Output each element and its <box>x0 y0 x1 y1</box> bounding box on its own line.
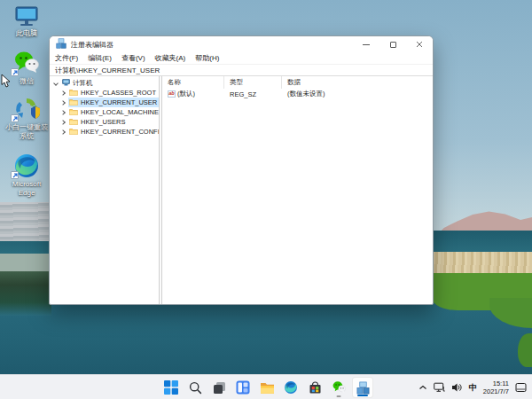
menu-bar: 文件(F) 编辑(E) 查看(V) 收藏夹(A) 帮助(H) <box>50 52 433 64</box>
folder-icon <box>69 118 78 127</box>
folder-icon <box>69 108 78 117</box>
desktop-icon-this-pc[interactable]: 此电脑 <box>4 5 50 38</box>
wechat-icon <box>332 380 347 395</box>
desktop-icon-edge[interactable]: Microsoft Edge <box>4 153 50 198</box>
address-bar[interactable]: 计算机\HKEY_CURRENT_USER <box>50 64 433 76</box>
value-data: (数值未设置) <box>282 90 433 98</box>
wallpaper-mist <box>0 202 51 241</box>
tree-item-hkey-classes-root[interactable]: HKEY_CLASSES_ROOT <box>50 88 159 98</box>
shortcut-arrow-icon <box>11 68 19 76</box>
tray-time: 15:11 <box>483 379 509 387</box>
running-indicator <box>337 395 341 397</box>
registry-editor-window: 注册表编辑器 文件(F) 编辑(E) 查看(V) 收藏夹(A) 帮助(H) 计算… <box>49 35 434 305</box>
folder-icon <box>69 89 78 98</box>
chevron-right-icon[interactable] <box>60 90 66 96</box>
list-pane: 名称 类型 数据 ab (默认) REG_SZ (数值未设置) <box>162 76 433 304</box>
search-icon <box>189 381 202 395</box>
window-title: 注册表编辑器 <box>71 40 113 50</box>
menu-favorites[interactable]: 收藏夹(A) <box>155 53 186 63</box>
tree-item-label: HKEY_CLASSES_ROOT <box>81 89 156 97</box>
close-button[interactable] <box>406 36 433 52</box>
desktop: 此电脑 微信 <box>0 0 532 399</box>
tree-item-label: 计算机 <box>73 79 93 88</box>
ime-indicator[interactable]: 中 <box>469 382 477 394</box>
reg-sz-icon: ab <box>168 90 176 98</box>
tree-item-hkey-current-config[interactable]: HKEY_CURRENT_CONFIG <box>50 127 159 137</box>
registry-editor-icon <box>356 381 370 395</box>
chevron-right-icon[interactable] <box>60 110 66 115</box>
wallpaper-grass-patch <box>518 333 532 367</box>
registry-editor-icon <box>56 38 66 51</box>
registry-editor-taskbar-button[interactable] <box>352 377 373 398</box>
shortcut-arrow-icon <box>11 171 19 179</box>
store-button[interactable] <box>304 377 325 398</box>
menu-edit[interactable]: 编辑(E) <box>88 53 112 63</box>
desktop-icon-label: 小白一键重装系统 <box>4 123 50 141</box>
shortcut-arrow-icon <box>11 114 19 122</box>
minimize-button[interactable] <box>353 36 379 52</box>
wechat-taskbar-button[interactable] <box>328 377 349 398</box>
tree-item-label: HKEY_CURRENT_USER <box>81 98 157 106</box>
menu-help[interactable]: 帮助(H) <box>195 53 219 63</box>
folder-icon <box>69 128 78 137</box>
widgets-icon <box>236 380 250 395</box>
folder-icon <box>69 98 78 107</box>
file-explorer-button[interactable] <box>256 377 278 398</box>
task-view-button[interactable] <box>208 377 230 398</box>
taskbar: 中 15:11 2021/7/7 <box>0 374 532 399</box>
column-header-name[interactable]: 名称 <box>162 76 224 89</box>
network-icon[interactable] <box>434 382 445 393</box>
desktop-icon-label: Microsoft Edge <box>4 180 50 198</box>
chevron-down-icon[interactable] <box>53 81 59 86</box>
widgets-button[interactable] <box>232 377 254 398</box>
wallpaper-trees <box>0 271 51 316</box>
column-header-data[interactable]: 数据 <box>282 76 433 89</box>
desktop-icon-label: 此电脑 <box>4 29 50 38</box>
clock[interactable]: 15:11 2021/7/7 <box>483 379 509 395</box>
file-explorer-icon <box>260 381 275 395</box>
tree-item-hkey-users[interactable]: HKEY_USERS <box>50 117 159 127</box>
address-path: 计算机\HKEY_CURRENT_USER <box>55 66 160 75</box>
edge-button[interactable] <box>280 377 301 398</box>
value-name: (默认) <box>177 90 195 98</box>
store-icon <box>309 381 322 395</box>
hidden-icons-chevron[interactable] <box>419 384 427 391</box>
column-header-type[interactable]: 类型 <box>224 76 282 89</box>
chevron-right-icon[interactable] <box>60 120 66 125</box>
tree-item-hkey-local-machine[interactable]: HKEY_LOCAL_MACHINE <box>50 107 159 117</box>
tree-item-label: HKEY_LOCAL_MACHINE <box>81 108 159 116</box>
tree-pane: 计算机 HKEY_CLASSES_ROOT <box>50 76 159 304</box>
tree-item-label: HKEY_CURRENT_CONFIG <box>81 128 159 136</box>
start-button[interactable] <box>160 377 182 398</box>
mouse-cursor <box>1 74 11 91</box>
chevron-right-icon[interactable] <box>60 129 66 135</box>
tree-item-hkey-current-user[interactable]: HKEY_CURRENT_USER <box>50 98 159 107</box>
value-type: REG_SZ <box>224 90 282 98</box>
maximize-button[interactable] <box>379 36 406 52</box>
windows-logo-icon <box>164 380 178 395</box>
chevron-right-icon[interactable] <box>60 100 66 106</box>
menu-file[interactable]: 文件(F) <box>55 53 78 63</box>
registry-value-row[interactable]: ab (默认) REG_SZ (数值未设置) <box>162 89 433 99</box>
tree-item-computer[interactable]: 计算机 <box>50 78 159 88</box>
notification-center-icon[interactable] <box>515 382 527 393</box>
desktop-icon-xiaobai[interactable]: 小白一键重装系统 <box>4 96 50 141</box>
computer-icon <box>62 79 70 88</box>
menu-view[interactable]: 查看(V) <box>121 53 145 63</box>
task-view-icon <box>213 381 226 395</box>
active-indicator <box>357 395 368 396</box>
edge-icon <box>284 380 298 395</box>
tray-date: 2021/7/7 <box>483 387 509 395</box>
list-header: 名称 类型 数据 <box>162 76 433 89</box>
search-button[interactable] <box>184 377 206 398</box>
tree-item-label: HKEY_USERS <box>81 118 125 126</box>
this-pc-icon <box>13 5 40 28</box>
titlebar[interactable]: 注册表编辑器 <box>50 36 433 52</box>
volume-icon[interactable] <box>451 382 463 393</box>
